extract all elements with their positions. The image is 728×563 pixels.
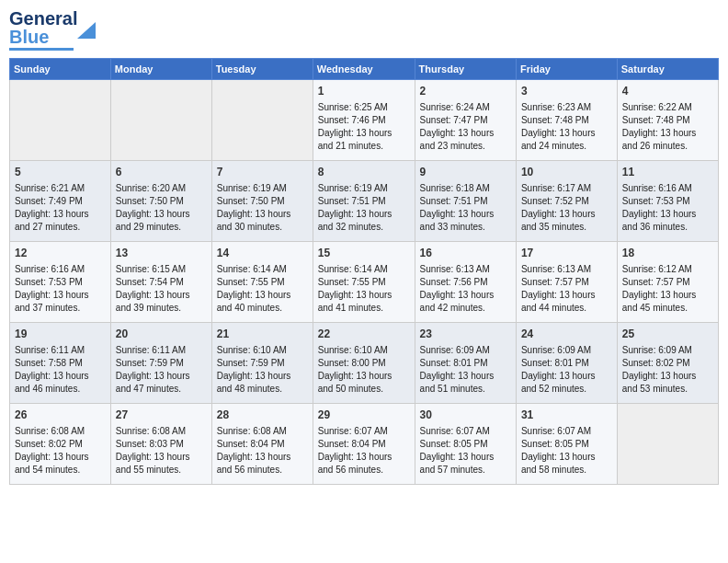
calendar-cell: 5Sunrise: 6:21 AMSunset: 7:49 PMDaylight… xyxy=(10,161,111,242)
calendar-cell: 18Sunrise: 6:12 AMSunset: 7:57 PMDayligh… xyxy=(617,242,718,323)
calendar-cell: 9Sunrise: 6:18 AMSunset: 7:51 PMDaylight… xyxy=(415,161,516,242)
day-number: 14 xyxy=(217,246,308,261)
cell-info: Sunrise: 6:16 AMSunset: 7:53 PMDaylight:… xyxy=(622,182,713,234)
calendar-cell: 15Sunrise: 6:14 AMSunset: 7:55 PMDayligh… xyxy=(313,242,415,323)
day-number: 3 xyxy=(521,84,612,99)
weekday-header: Thursday xyxy=(415,59,516,80)
day-number: 4 xyxy=(622,84,713,99)
day-number: 20 xyxy=(116,327,207,342)
logo-text: GeneralBlue xyxy=(9,9,77,46)
calendar-week-row: 1Sunrise: 6:25 AMSunset: 7:46 PMDaylight… xyxy=(10,80,719,161)
cell-info: Sunrise: 6:11 AMSunset: 7:59 PMDaylight:… xyxy=(116,344,207,396)
day-number: 12 xyxy=(15,246,106,261)
day-number: 11 xyxy=(622,165,713,180)
day-number: 2 xyxy=(420,84,511,99)
day-number: 13 xyxy=(116,246,207,261)
cell-info: Sunrise: 6:10 AMSunset: 7:59 PMDaylight:… xyxy=(217,344,308,396)
cell-info: Sunrise: 6:14 AMSunset: 7:55 PMDaylight:… xyxy=(318,263,410,315)
calendar-cell xyxy=(10,80,111,161)
calendar-cell: 4Sunrise: 6:22 AMSunset: 7:48 PMDaylight… xyxy=(617,80,718,161)
calendar-cell: 24Sunrise: 6:09 AMSunset: 8:01 PMDayligh… xyxy=(516,323,617,404)
cell-info: Sunrise: 6:11 AMSunset: 7:58 PMDaylight:… xyxy=(15,344,106,396)
calendar-cell xyxy=(211,80,313,161)
day-number: 21 xyxy=(217,327,308,342)
calendar-cell: 7Sunrise: 6:19 AMSunset: 7:50 PMDaylight… xyxy=(211,161,313,242)
logo-line xyxy=(9,48,74,51)
calendar-cell xyxy=(617,404,718,485)
calendar-cell: 29Sunrise: 6:07 AMSunset: 8:04 PMDayligh… xyxy=(313,404,415,485)
calendar-table: SundayMondayTuesdayWednesdayThursdayFrid… xyxy=(9,58,719,485)
calendar-cell: 14Sunrise: 6:14 AMSunset: 7:55 PMDayligh… xyxy=(211,242,313,323)
calendar-cell: 3Sunrise: 6:23 AMSunset: 7:48 PMDaylight… xyxy=(516,80,617,161)
day-number: 28 xyxy=(217,408,308,423)
logo-arrow-icon xyxy=(74,18,99,44)
day-number: 27 xyxy=(116,408,207,423)
calendar-cell: 23Sunrise: 6:09 AMSunset: 8:01 PMDayligh… xyxy=(415,323,516,404)
calendar-cell: 13Sunrise: 6:15 AMSunset: 7:54 PMDayligh… xyxy=(110,242,211,323)
weekday-header: Wednesday xyxy=(313,59,415,80)
logo-blue: Blue xyxy=(9,27,49,47)
day-number: 31 xyxy=(521,408,612,423)
calendar-cell: 22Sunrise: 6:10 AMSunset: 8:00 PMDayligh… xyxy=(313,323,415,404)
calendar-cell: 1Sunrise: 6:25 AMSunset: 7:46 PMDaylight… xyxy=(313,80,415,161)
day-number: 10 xyxy=(521,165,612,180)
day-number: 15 xyxy=(318,246,410,261)
cell-info: Sunrise: 6:25 AMSunset: 7:46 PMDaylight:… xyxy=(318,101,410,153)
day-number: 5 xyxy=(15,165,106,180)
cell-info: Sunrise: 6:08 AMSunset: 8:03 PMDaylight:… xyxy=(116,425,207,477)
day-number: 17 xyxy=(521,246,612,261)
day-number: 18 xyxy=(622,246,713,261)
day-number: 26 xyxy=(15,408,106,423)
calendar-week-row: 19Sunrise: 6:11 AMSunset: 7:58 PMDayligh… xyxy=(10,323,719,404)
cell-info: Sunrise: 6:19 AMSunset: 7:51 PMDaylight:… xyxy=(318,182,410,234)
cell-info: Sunrise: 6:13 AMSunset: 7:57 PMDaylight:… xyxy=(521,263,612,315)
calendar-cell: 8Sunrise: 6:19 AMSunset: 7:51 PMDaylight… xyxy=(313,161,415,242)
cell-info: Sunrise: 6:21 AMSunset: 7:49 PMDaylight:… xyxy=(15,182,106,234)
day-number: 9 xyxy=(420,165,511,180)
cell-info: Sunrise: 6:15 AMSunset: 7:54 PMDaylight:… xyxy=(116,263,207,315)
weekday-header: Tuesday xyxy=(211,59,313,80)
calendar-cell xyxy=(110,80,211,161)
day-number: 16 xyxy=(420,246,511,261)
cell-info: Sunrise: 6:09 AMSunset: 8:01 PMDaylight:… xyxy=(521,344,612,396)
calendar-cell: 16Sunrise: 6:13 AMSunset: 7:56 PMDayligh… xyxy=(415,242,516,323)
cell-info: Sunrise: 6:16 AMSunset: 7:53 PMDaylight:… xyxy=(15,263,106,315)
calendar-week-row: 12Sunrise: 6:16 AMSunset: 7:53 PMDayligh… xyxy=(10,242,719,323)
day-number: 29 xyxy=(318,408,410,423)
day-number: 24 xyxy=(521,327,612,342)
calendar-cell: 25Sunrise: 6:09 AMSunset: 8:02 PMDayligh… xyxy=(617,323,718,404)
calendar-cell: 20Sunrise: 6:11 AMSunset: 7:59 PMDayligh… xyxy=(110,323,211,404)
logo: GeneralBlue xyxy=(9,9,99,51)
day-number: 7 xyxy=(217,165,308,180)
cell-info: Sunrise: 6:22 AMSunset: 7:48 PMDaylight:… xyxy=(622,101,713,153)
cell-info: Sunrise: 6:07 AMSunset: 8:04 PMDaylight:… xyxy=(318,425,410,477)
calendar-cell: 19Sunrise: 6:11 AMSunset: 7:58 PMDayligh… xyxy=(10,323,111,404)
calendar-cell: 21Sunrise: 6:10 AMSunset: 7:59 PMDayligh… xyxy=(211,323,313,404)
cell-info: Sunrise: 6:20 AMSunset: 7:50 PMDaylight:… xyxy=(116,182,207,234)
weekday-header: Friday xyxy=(516,59,617,80)
calendar-cell: 11Sunrise: 6:16 AMSunset: 7:53 PMDayligh… xyxy=(617,161,718,242)
calendar-cell: 17Sunrise: 6:13 AMSunset: 7:57 PMDayligh… xyxy=(516,242,617,323)
cell-info: Sunrise: 6:23 AMSunset: 7:48 PMDaylight:… xyxy=(521,101,612,153)
cell-info: Sunrise: 6:18 AMSunset: 7:51 PMDaylight:… xyxy=(420,182,511,234)
cell-info: Sunrise: 6:07 AMSunset: 8:05 PMDaylight:… xyxy=(420,425,511,477)
calendar-cell: 28Sunrise: 6:08 AMSunset: 8:04 PMDayligh… xyxy=(211,404,313,485)
cell-info: Sunrise: 6:09 AMSunset: 8:02 PMDaylight:… xyxy=(622,344,713,396)
cell-info: Sunrise: 6:13 AMSunset: 7:56 PMDaylight:… xyxy=(420,263,511,315)
calendar-cell: 6Sunrise: 6:20 AMSunset: 7:50 PMDaylight… xyxy=(110,161,211,242)
cell-info: Sunrise: 6:17 AMSunset: 7:52 PMDaylight:… xyxy=(521,182,612,234)
calendar-week-row: 26Sunrise: 6:08 AMSunset: 8:02 PMDayligh… xyxy=(10,404,719,485)
calendar-cell: 27Sunrise: 6:08 AMSunset: 8:03 PMDayligh… xyxy=(110,404,211,485)
svg-marker-0 xyxy=(77,22,96,39)
calendar-cell: 10Sunrise: 6:17 AMSunset: 7:52 PMDayligh… xyxy=(516,161,617,242)
weekday-header: Monday xyxy=(110,59,211,80)
cell-info: Sunrise: 6:19 AMSunset: 7:50 PMDaylight:… xyxy=(217,182,308,234)
cell-info: Sunrise: 6:07 AMSunset: 8:05 PMDaylight:… xyxy=(521,425,612,477)
cell-info: Sunrise: 6:14 AMSunset: 7:55 PMDaylight:… xyxy=(217,263,308,315)
cell-info: Sunrise: 6:08 AMSunset: 8:04 PMDaylight:… xyxy=(217,425,308,477)
calendar-cell: 12Sunrise: 6:16 AMSunset: 7:53 PMDayligh… xyxy=(10,242,111,323)
cell-info: Sunrise: 6:10 AMSunset: 8:00 PMDaylight:… xyxy=(318,344,410,396)
calendar-cell: 26Sunrise: 6:08 AMSunset: 8:02 PMDayligh… xyxy=(10,404,111,485)
calendar-cell: 31Sunrise: 6:07 AMSunset: 8:05 PMDayligh… xyxy=(516,404,617,485)
day-number: 8 xyxy=(318,165,410,180)
